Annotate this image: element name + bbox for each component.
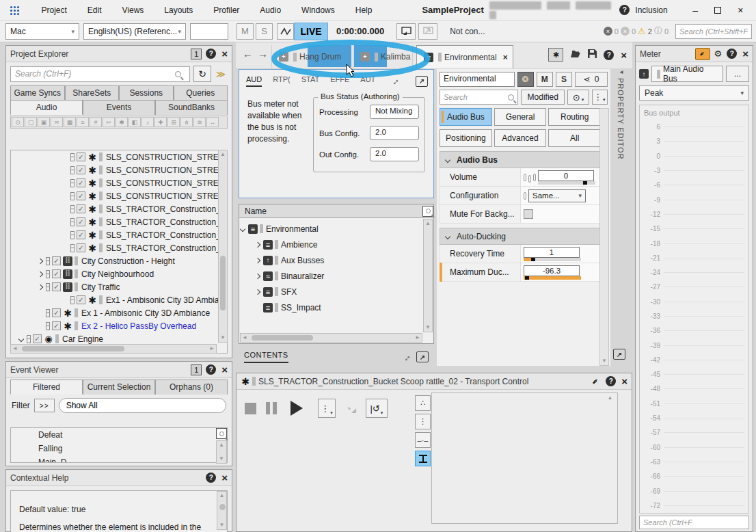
tree-row[interactable]: City Neighbourhood: [11, 267, 227, 280]
volume-track[interactable]: [538, 181, 595, 185]
layout-badge[interactable]: 1: [191, 364, 202, 375]
property-tab[interactable]: Routing: [548, 108, 601, 126]
bus-subtab[interactable]: RTP(: [273, 75, 290, 87]
explorer-toolbar-icon[interactable]: ≋: [193, 117, 206, 127]
list-search-icon[interactable]: [216, 428, 227, 439]
filter-expand-button[interactable]: >>: [34, 399, 55, 412]
explorer-toolbar-icon[interactable]: ≡: [77, 117, 89, 127]
switches-button[interactable]: –·–: [415, 432, 431, 448]
menu-item[interactable]: Views: [112, 5, 154, 15]
pause-button[interactable]: [266, 402, 277, 414]
expand-icon[interactable]: ↔: [388, 75, 402, 88]
color-palette-button[interactable]: ❂: [517, 72, 534, 87]
open-icon[interactable]: [570, 50, 581, 60]
live-button[interactable]: LIVE: [294, 23, 328, 40]
tree-row[interactable]: Ex 1 - Ambisonic City 3D Ambiance: [11, 306, 227, 319]
maximize-button[interactable]: [707, 5, 729, 16]
property-tab[interactable]: General: [494, 108, 547, 126]
explorer-toolbar-icon[interactable]: ✚: [154, 117, 167, 127]
help-scrollbar[interactable]: ▲ ▼: [217, 491, 227, 530]
expander-icon[interactable]: [18, 336, 24, 341]
global-search-input[interactable]: [675, 24, 752, 39]
include-checkbox[interactable]: [77, 152, 85, 161]
include-checkbox[interactable]: [77, 204, 85, 213]
bus-subtab[interactable]: EFFE: [330, 75, 349, 87]
mute-button[interactable]: M: [537, 72, 553, 87]
explorer-toolbar-icon[interactable]: ≍: [51, 117, 63, 127]
help-icon[interactable]: ?: [206, 49, 216, 59]
bus-list-row[interactable]: Ambience: [239, 237, 433, 252]
close-icon[interactable]: ×: [221, 49, 228, 59]
event-list-item[interactable]: Falling: [11, 442, 227, 455]
tree-hscrollbar[interactable]: ◄ ►: [10, 344, 217, 354]
error-icon[interactable]: ×: [604, 27, 612, 36]
help-icon[interactable]: ?: [206, 364, 216, 375]
menu-item[interactable]: Layouts: [154, 5, 203, 15]
explorer-toolbar-icon[interactable]: ↔: [206, 117, 219, 127]
include-checkbox[interactable]: [77, 178, 85, 187]
remote-connect-icon[interactable]: [396, 23, 416, 40]
expander-icon[interactable]: [38, 258, 43, 263]
platform-selector[interactable]: Mac▾: [5, 23, 79, 40]
triggers-button[interactable]: [415, 451, 431, 466]
contents-tab[interactable]: CONTENTS: [244, 351, 288, 363]
menu-item[interactable]: Help: [345, 5, 383, 15]
explorer-tab[interactable]: Sessions: [119, 85, 174, 100]
tree-row[interactable]: SLS_TRACTOR_Construction_B: [11, 202, 227, 215]
states-button[interactable]: ⋮: [415, 414, 431, 429]
pin-view-button[interactable]: ✱: [548, 48, 563, 62]
remote-platform-icon[interactable]: [418, 23, 437, 40]
close-icon[interactable]: ×: [221, 473, 228, 483]
meter-mode-dropdown[interactable]: Peak▾: [639, 85, 749, 101]
include-checkbox[interactable]: [52, 282, 61, 291]
close-button[interactable]: ×: [729, 5, 752, 16]
meter-bus-selector[interactable]: Main Audio Bus: [651, 66, 723, 82]
section-collapse-icon[interactable]: [445, 233, 450, 239]
explorer-tab-events[interactable]: Events: [83, 100, 155, 115]
object-name-field[interactable]: Environmental: [440, 72, 515, 87]
tree-row[interactable]: SLS_CONSTRUCTION_STREET_: [11, 176, 227, 189]
include-checkbox[interactable]: [77, 165, 85, 174]
include-checkbox[interactable]: [77, 191, 85, 200]
close-icon[interactable]: ×: [621, 50, 627, 60]
event-list-item[interactable]: Defeat: [11, 428, 227, 442]
tab-close-icon[interactable]: ×: [503, 53, 508, 62]
forward-button[interactable]: ≫: [214, 66, 228, 82]
transport-options-button[interactable]: ⋮▾: [318, 399, 336, 418]
include-checkbox[interactable]: [52, 321, 61, 330]
tab-environmental[interactable]: Environmental ×: [416, 45, 513, 68]
explorer-toolbar-icon[interactable]: ⊙: [12, 117, 24, 127]
menu-item[interactable]: Project: [31, 5, 77, 15]
explorer-toolbar-icon[interactable]: ⋔: [180, 117, 193, 127]
include-checkbox[interactable]: [52, 308, 61, 317]
recovery-time-value[interactable]: 1: [524, 247, 580, 258]
volume-value[interactable]: 0: [538, 170, 594, 181]
close-icon[interactable]: ×: [221, 364, 228, 375]
explorer-tab[interactable]: Game Syncs: [10, 85, 65, 100]
expander-icon[interactable]: [38, 284, 43, 289]
bus-list-row[interactable]: Environmental: [239, 221, 433, 237]
help-icon[interactable]: ?: [619, 5, 630, 15]
more-options-button[interactable]: ⋮▾: [592, 90, 608, 105]
tree-row[interactable]: City Traffic: [11, 280, 227, 293]
explorer-toolbar-icon[interactable]: ▦: [64, 117, 76, 127]
property-scrollbar[interactable]: ▼: [599, 108, 609, 366]
event-viewer-tab-filtered[interactable]: Filtered: [10, 380, 83, 395]
bus-list-row[interactable]: SS_Impact: [239, 300, 433, 315]
settings-gear-icon[interactable]: ⚙: [714, 49, 723, 59]
layout-badge[interactable]: 1: [191, 49, 202, 59]
explorer-search-input[interactable]: [10, 66, 190, 82]
bus-subtab[interactable]: STAT: [301, 75, 319, 87]
tree-row[interactable]: SLS_TRACTOR_Construction_B: [11, 215, 227, 228]
reset-button[interactable]: |↺▾: [366, 399, 388, 418]
expander-icon[interactable]: [38, 271, 43, 276]
mute-button[interactable]: M: [237, 23, 254, 40]
section-collapse-icon[interactable]: [445, 157, 450, 162]
help-icon[interactable]: ?: [604, 50, 614, 60]
explorer-toolbar-icon[interactable]: ▣: [38, 117, 50, 127]
solo-button[interactable]: S: [256, 23, 273, 40]
pin-icon[interactable]: ✒: [590, 375, 602, 387]
explorer-toolbar-icon[interactable]: ▢: [25, 117, 37, 127]
forward-icon[interactable]: →: [258, 48, 268, 59]
tree-vscrollbar[interactable]: ▲ ▼: [218, 150, 228, 343]
